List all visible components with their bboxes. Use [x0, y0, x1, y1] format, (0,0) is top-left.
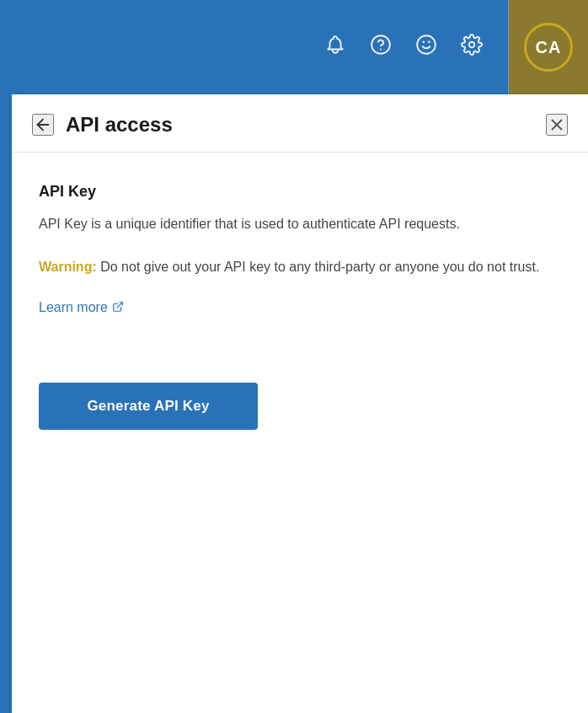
generate-api-key-button[interactable]: Generate API Key	[39, 383, 258, 430]
svg-point-0	[372, 35, 390, 54]
top-bar-icons	[324, 34, 500, 61]
notification-icon[interactable]	[324, 34, 346, 61]
close-button[interactable]	[546, 114, 568, 136]
panel-content: API Key API Key is a unique identifier t…	[12, 153, 588, 457]
api-key-section-title: API Key	[39, 183, 561, 201]
warning-body: Do not give out your API key to any thir…	[97, 260, 540, 274]
feedback-icon[interactable]	[415, 34, 437, 61]
learn-more-link[interactable]: Learn more	[39, 300, 124, 315]
warning-label: Warning:	[39, 260, 97, 274]
panel-title: API access	[66, 113, 173, 137]
panel-header-left: API access	[32, 113, 173, 137]
svg-point-2	[417, 35, 436, 54]
back-button[interactable]	[32, 114, 54, 136]
top-navigation-bar: CA	[0, 0, 588, 94]
help-icon[interactable]	[370, 34, 392, 61]
svg-line-9	[117, 302, 122, 307]
settings-icon[interactable]	[461, 34, 483, 61]
external-link-icon	[112, 301, 124, 313]
panel-header: API access	[12, 94, 588, 153]
warning-message: Warning: Do not give out your API key to…	[39, 257, 561, 278]
avatar-initials: CA	[536, 38, 562, 57]
api-access-panel: API access API Key API Key is a unique i…	[12, 94, 588, 713]
user-avatar[interactable]: CA	[509, 0, 588, 94]
api-key-description: API Key is a unique identifier that is u…	[39, 214, 561, 235]
avatar-initials-circle: CA	[524, 23, 573, 72]
learn-more-label: Learn more	[39, 300, 108, 315]
svg-point-5	[469, 42, 475, 48]
left-sidebar-strip	[0, 94, 12, 713]
